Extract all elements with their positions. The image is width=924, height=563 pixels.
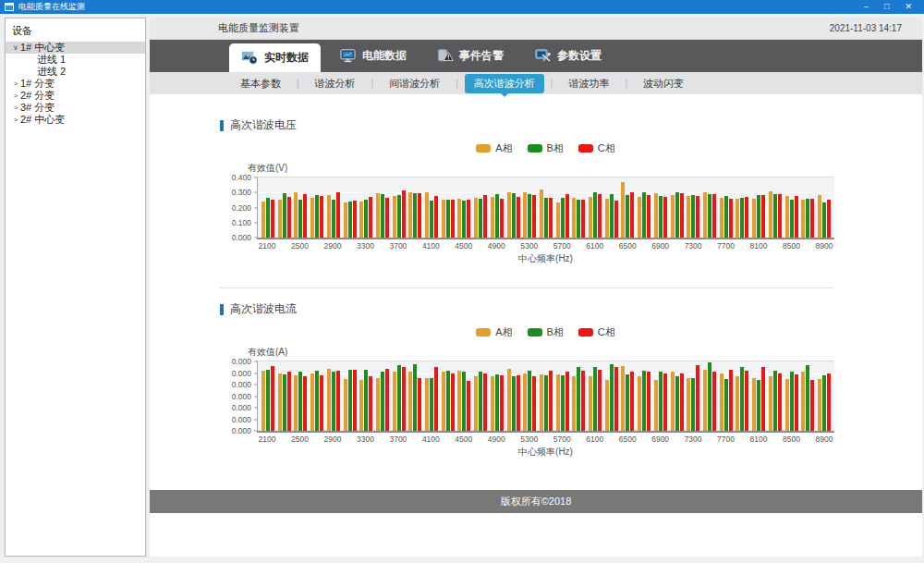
subtab-harmonic-power[interactable]: 谐波功率 [559,74,618,93]
subtab-harmonic-analysis[interactable]: 谐波分析 [306,74,365,93]
bar [806,199,809,238]
bar [544,198,548,238]
legend-swatch [528,144,542,153]
app-window-icon [5,3,14,11]
bar [773,194,777,238]
harmonic-voltage-section: 高次谐波电压 A相B相C相 有效值(V) 0.4000.3000.2000.10… [150,117,922,265]
bar [517,375,520,431]
legend-item[interactable]: B相 [528,141,564,155]
bar [393,196,396,239]
copyright-label: 版权所有©2018 [501,495,572,508]
x-tick-cell [638,434,650,444]
bar [442,372,445,431]
legend-item[interactable]: C相 [578,325,615,339]
y-tick-label: 0.300 [232,188,251,197]
x-tick-cell [310,241,322,251]
bar [528,371,531,431]
bar [369,197,372,238]
tree-item[interactable]: 进线 2 [6,66,145,78]
bar-group [703,361,716,431]
chevron-right-icon[interactable]: > [11,78,20,90]
bar [795,374,798,431]
bar [266,370,270,431]
chevron-right-icon[interactable]: > [11,114,20,126]
bar [283,374,286,431]
legend-label: C相 [598,325,615,339]
bar [663,373,667,432]
bar [703,370,707,431]
device-tree: ∨1# 中心变进线 1进线 2>1# 分变>2# 分变>3# 分变>2# 中心变 [6,42,145,126]
legend-item[interactable]: C相 [578,141,615,155]
x-tick-cell [703,434,716,444]
bar [320,375,323,431]
chevron-right-icon[interactable]: > [11,102,20,114]
bar [348,370,352,431]
bar [446,200,450,238]
tab-realtime-data[interactable]: 实时数据 [229,43,321,72]
legend-swatch [578,328,593,337]
x-tick-cell: 8100 [752,241,765,251]
bar-group [638,361,650,431]
legend-item[interactable]: A相 [476,141,512,155]
bar [385,198,389,238]
tab-label: 事件告警 [459,48,504,64]
legend-item[interactable]: B相 [528,325,564,339]
bar-group [720,177,733,238]
bar [659,196,663,238]
tree-item[interactable]: >3# 分变 [6,102,145,114]
close-button[interactable]: ✕ [905,0,912,14]
tree-item[interactable]: ∨1# 中心变 [6,42,145,54]
y-tick-label: 0.400 [232,173,251,182]
legend-item[interactable]: A相 [476,325,512,339]
bar [523,192,527,238]
bar [708,194,711,238]
subtab-interharmonic-analysis[interactable]: 间谐波分析 [380,74,449,93]
x-tick-cell: 7700 [720,241,733,251]
bar [418,193,421,238]
x-tick-cell: 2500 [293,434,306,444]
bar [425,192,429,238]
maximize-button[interactable]: □ [884,0,889,14]
x-tick-cell: 3300 [359,241,371,251]
bar [500,375,504,431]
tree-item[interactable]: 进线 1 [6,54,145,66]
bar [261,202,265,238]
tab-event-alarm[interactable]: 事件告警 [426,40,516,72]
x-tick-cell [441,241,454,251]
x-tick-cell: 4500 [457,434,470,444]
bar-group [736,177,748,238]
bar [773,371,777,431]
bar [278,373,282,432]
tree-item[interactable]: >2# 中心变 [6,114,145,126]
bar [593,192,597,238]
tab-parameter-settings[interactable]: 参数设置 [523,40,614,72]
harmonic-current-chart: 0.0000.0000.0000.0000.0000.0000.000 [257,361,834,433]
subtab-high-order-harmonic-analysis[interactable]: 高次谐波分析 [465,74,544,93]
tree-item[interactable]: >1# 分变 [6,78,145,90]
bar-group [457,177,470,238]
legend-swatch [476,328,491,337]
minimize-button[interactable]: – [864,0,869,14]
bar [605,380,609,431]
tree-item[interactable]: >2# 分变 [6,90,145,102]
x-tick-cell: 2900 [326,434,339,444]
tree-item-label: 3# 分变 [20,102,55,114]
main-tabbar: 实时数据电能数据事件告警参数设置 [150,40,922,72]
bar [810,199,814,238]
tab-energy-data[interactable]: 电能数据 [328,40,419,72]
bar [621,182,625,238]
bar [736,199,739,238]
chevron-right-icon[interactable]: > [11,90,20,102]
tab-label: 实时数据 [264,50,309,66]
bar [434,196,438,238]
bar-group [344,177,357,238]
bar-group [310,177,323,238]
subtab-flicker[interactable]: 波动闪变 [634,74,693,93]
chevron-down-icon[interactable]: ∨ [11,42,20,54]
x-axis-ticks: 2100250029003300370041004500490053005700… [257,241,834,251]
subtab-basic-params[interactable]: 基本参数 [231,74,290,93]
bar [745,197,748,238]
x-tick-label: 8900 [816,434,833,444]
x-tick-label: 4500 [455,241,472,251]
x-tick-cell: 8900 [818,241,831,251]
